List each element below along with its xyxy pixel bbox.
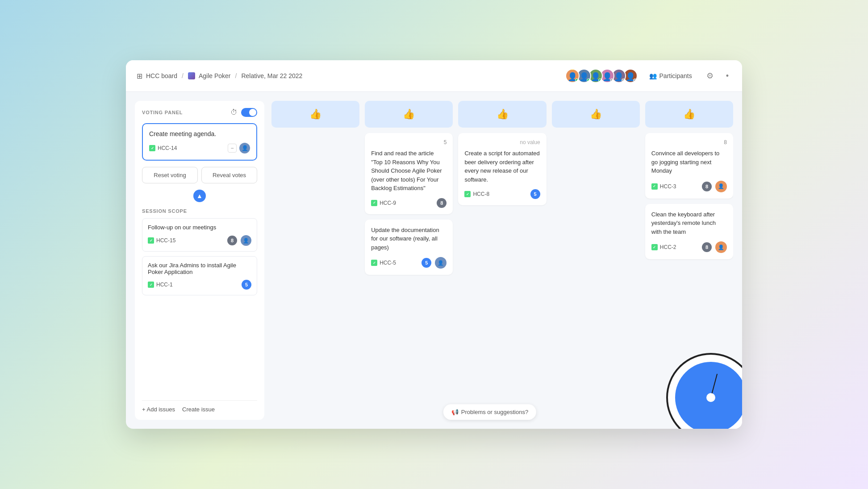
agile-label: Agile Poker <box>199 72 231 79</box>
voting-panel-header: VOTING PANEL ⏱ <box>142 108 257 117</box>
more-button[interactable]: • <box>723 69 731 83</box>
remove-issue-button[interactable]: − <box>228 144 237 153</box>
card-hcc9-icon: ✓ <box>371 200 377 206</box>
card-hcc8-title: Create a script for automated beer deliv… <box>464 149 540 184</box>
scope-item-2-meta: ✓ HCC-1 5 <box>148 280 251 290</box>
breadcrumb-sep-2: / <box>235 72 237 79</box>
scope-item-2-id-label: HCC-1 <box>156 282 173 288</box>
collapse-button[interactable]: ▲ <box>193 190 206 202</box>
thumb-icon-3: 👍 <box>497 108 509 120</box>
card-hcc5-avatar: 👤 <box>435 257 447 269</box>
card-hcc2-icon: ✓ <box>651 244 658 250</box>
chevron-up-icon: ▲ <box>196 192 203 199</box>
scope-item-2[interactable]: Ask our Jira Admins to install Agile Pok… <box>142 256 257 295</box>
issue-meta: ✓ HCC-14 − 👤 <box>149 143 250 153</box>
card-hcc3: 8 Convince all developers to go jogging … <box>645 133 733 199</box>
online-indicator-2 <box>587 79 590 82</box>
card-hcc2-id-label: HCC-2 <box>660 244 676 250</box>
card-hcc8-score: no value <box>464 139 540 145</box>
voting-panel: VOTING PANEL ⏱ Create meeting agenda. ✓ … <box>135 101 264 420</box>
timer-icon[interactable]: ⏱ <box>230 108 238 116</box>
scope-item-1-id: ✓ HCC-15 <box>148 237 175 244</box>
date-label: Relative, Mar 22 2022 <box>241 72 302 79</box>
column-header-3: 👍 <box>458 101 546 128</box>
scope-item-2-id: ✓ HCC-1 <box>148 282 173 288</box>
scope-item-2-title: Ask our Jira Admins to install Agile Pok… <box>148 262 251 275</box>
card-hcc2-title: Clean the keyboard after yesterday's rem… <box>651 210 727 236</box>
card-hcc8: no value Create a script for automated b… <box>458 133 546 205</box>
card-hcc2-id: ✓ HCC-2 <box>651 244 676 250</box>
participants-button[interactable]: 👥 Participants <box>645 70 697 82</box>
panel-footer: + Add issues Create issue <box>142 400 257 413</box>
card-hcc5: Update the documentation for our softwar… <box>365 220 453 275</box>
column-header-4: 👍 <box>552 101 640 128</box>
offline-indicator-6 <box>633 79 637 82</box>
add-issues-button[interactable]: + Add issues <box>142 406 175 413</box>
card-hcc5-right: 5 👤 <box>421 257 447 269</box>
create-issue-button[interactable]: Create issue <box>182 406 215 413</box>
session-scope-title: SESSION SCOPE <box>142 208 257 214</box>
card-hcc9-title: Find and read the article "Top 10 Reason… <box>371 149 447 193</box>
card-hcc3-avatar: 👤 <box>715 181 727 192</box>
scope-item-1[interactable]: Follow-up on our meetings ✓ HCC-15 8 👤 <box>142 218 257 252</box>
scope-item-1-title: Follow-up on our meetings <box>148 224 251 231</box>
vote-column-4: 👍 <box>552 101 640 420</box>
online-indicator-3 <box>598 79 602 82</box>
header-right: 👤 👤 👤 👤 👤 <box>565 68 731 83</box>
breadcrumb-sep-1: / <box>182 72 184 79</box>
main-content: VOTING PANEL ⏱ Create meeting agenda. ✓ … <box>126 92 742 429</box>
card-hcc8-votes: 5 <box>530 189 540 199</box>
scope-item-1-meta: ✓ HCC-15 8 👤 <box>148 235 251 246</box>
header-breadcrumb: ⊞ HCC board / Agile Poker / Relative, Ma… <box>137 72 302 80</box>
card-hcc5-id-label: HCC-5 <box>380 260 396 266</box>
voting-panel-title: VOTING PANEL <box>142 110 183 115</box>
thumb-icon-5: 👍 <box>683 108 695 120</box>
timer-circle-outer: ➤ <box>666 353 742 429</box>
issue-id-label: HCC-14 <box>158 145 177 151</box>
scope-item-1-votes: 8 <box>227 236 237 245</box>
participants-icon: 👥 <box>649 72 657 79</box>
problems-banner[interactable]: 📢 Problems or suggestions? <box>443 404 536 420</box>
thumb-icon-2: 👍 <box>403 108 415 120</box>
thumb-icon-4: 👍 <box>590 108 602 120</box>
agile-icon <box>188 72 195 79</box>
board-icon: ⊞ <box>137 72 142 80</box>
column-header-2: 👍 <box>365 101 453 128</box>
more-icon: • <box>726 71 729 80</box>
toggle-switch[interactable] <box>241 108 257 117</box>
scope-item-1-id-label: HCC-15 <box>156 237 175 244</box>
card-hcc5-icon: ✓ <box>371 260 377 266</box>
vote-column-3: 👍 no value Create a script for automated… <box>458 101 546 420</box>
card-hcc2-avatar: 👤 <box>715 241 727 253</box>
card-hcc3-id-label: HCC-3 <box>660 183 676 190</box>
card-hcc8-icon: ✓ <box>464 191 471 197</box>
app-window: ⊞ HCC board / Agile Poker / Relative, Ma… <box>126 60 742 429</box>
columns-area: 👍 👍 5 Find and read the article "Top 10 … <box>271 101 733 420</box>
reveal-votes-button[interactable]: Reveal votes <box>201 167 257 183</box>
card-hcc8-meta: ✓ HCC-8 5 <box>464 189 540 199</box>
card-hcc2-right: 8 👤 <box>702 241 727 253</box>
header: ⊞ HCC board / Agile Poker / Relative, Ma… <box>126 60 742 92</box>
column-header-5: 👍 <box>645 101 733 128</box>
settings-button[interactable]: ⚙ <box>704 68 716 83</box>
vote-column-1: 👍 <box>271 101 359 420</box>
megaphone-icon: 📢 <box>451 409 459 415</box>
gear-icon: ⚙ <box>706 71 714 80</box>
card-hcc2: Clean the keyboard after yesterday's rem… <box>645 204 733 260</box>
card-hcc3-right: 8 👤 <box>702 181 727 192</box>
card-hcc3-id: ✓ HCC-3 <box>651 183 676 190</box>
card-hcc9-votes: 8 <box>437 198 447 208</box>
card-hcc5-id: ✓ HCC-5 <box>371 260 396 266</box>
offline-indicator-5 <box>622 79 625 82</box>
timer-circle-wrapper: ➤ <box>666 353 742 429</box>
reset-voting-button[interactable]: Reset voting <box>142 167 198 183</box>
offline-indicator-4 <box>610 79 613 82</box>
voting-buttons: Reset voting Reveal votes <box>142 167 257 183</box>
assigned-user-avatar: 👤 <box>239 143 250 153</box>
card-hcc5-votes: 5 <box>421 258 431 268</box>
card-hcc3-score: 8 <box>651 139 727 145</box>
avatar-1: 👤 <box>565 69 580 83</box>
active-issue-title: Create meeting agenda. <box>149 130 250 137</box>
timer-circle-inner <box>675 362 742 429</box>
card-hcc5-title: Update the documentation for our softwar… <box>371 226 447 252</box>
